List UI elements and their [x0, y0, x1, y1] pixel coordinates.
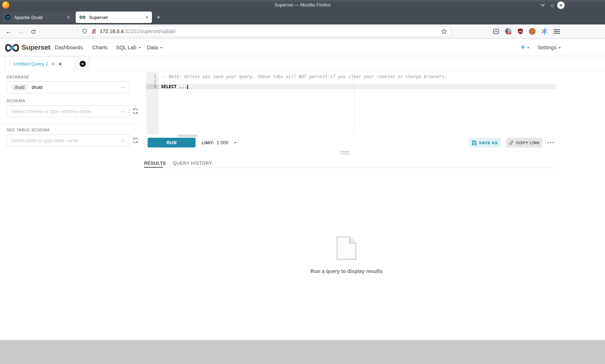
chevron-down-icon: [121, 139, 125, 142]
pane-resize-handle[interactable]: [340, 151, 349, 154]
back-arrow-icon: ←: [6, 28, 12, 35]
window-minimize-button[interactable]: [539, 1, 546, 9]
limit-dropdown[interactable]: LIMIT: 1 000: [202, 138, 236, 147]
sql-keyword: SELECT: [161, 84, 176, 89]
editor-hscrollbar[interactable]: [178, 135, 197, 137]
superset-logo-icon[interactable]: [4, 43, 20, 53]
sql-comment-line: -- Note: Unless you save your query, the…: [161, 74, 447, 79]
superset-brand[interactable]: Superset: [22, 39, 50, 56]
refresh-icon: [132, 108, 139, 114]
plus-icon: +: [157, 14, 161, 21]
forward-button[interactable]: →: [16, 27, 26, 37]
query-tab-active[interactable]: Untitled Query 1 ×: [5, 56, 74, 71]
plus-circle-icon: +: [80, 61, 86, 67]
superset-favicon: [79, 15, 86, 19]
database-label: DATABASE: [6, 75, 29, 79]
close-icon[interactable]: ×: [59, 61, 62, 67]
nav-item-sql-lab[interactable]: SQL Lab: [116, 39, 141, 56]
menu-hamburger-icon[interactable]: [553, 27, 561, 35]
nav-item-data[interactable]: Data: [147, 39, 162, 56]
pocket-icon[interactable]: [492, 27, 500, 35]
desktop-background: [0, 340, 605, 364]
query-state-dot: [51, 62, 55, 65]
save-floppy-icon: [472, 140, 477, 145]
database-select[interactable]: druid druid: [6, 81, 130, 93]
query-tab-label: Untitled Query 1: [13, 61, 49, 67]
query-tab-row-border: [0, 70, 605, 71]
url-text[interactable]: 172.18.0.4:32251/superset/sqllab/: [100, 28, 441, 34]
more-actions-button[interactable]: ···: [546, 138, 556, 147]
spark-extension-icon[interactable]: [541, 27, 548, 35]
insecure-lock-icon[interactable]: [91, 28, 97, 34]
url-path: :32251/superset/sqllab/: [124, 28, 176, 34]
sql-code-line: SELECT ...: [161, 84, 188, 89]
save-as-label: SAVE AS: [479, 141, 498, 145]
copy-link-label: COPY LINK: [516, 141, 540, 145]
save-as-button[interactable]: SAVE AS: [469, 138, 501, 147]
schema-label: SCHEMA: [6, 99, 25, 103]
close-icon[interactable]: ×: [145, 14, 148, 20]
shield-icon[interactable]: [82, 28, 88, 34]
tab-query-history[interactable]: QUERY HISTORY: [173, 160, 212, 167]
window-titlebar: Superset — Mozilla Firefox ◇ ×: [0, 0, 605, 10]
gutter-line-number: 2: [146, 79, 159, 84]
schema-select[interactable]: Select schema or type schema name: [6, 105, 130, 117]
window-close-button[interactable]: ×: [557, 1, 565, 9]
empty-results-message: Run a query to display results: [295, 268, 398, 274]
chevron-down-icon: [160, 47, 162, 49]
browser-tab-label: Superset: [89, 15, 143, 20]
superset-navbar: [0, 39, 605, 56]
svg-text:uO: uO: [519, 30, 522, 33]
close-icon: ×: [560, 3, 563, 8]
table-placeholder: Select table or type table name: [11, 138, 118, 143]
chevron-down-icon: [527, 47, 529, 49]
copy-link-button[interactable]: COPY LINK: [506, 138, 542, 147]
ublock-origin-icon[interactable]: uO: [516, 27, 524, 35]
new-object-button[interactable]: +: [521, 39, 529, 56]
nav-item-dashboards[interactable]: Dashboards: [55, 39, 83, 56]
tab-menu-kebab-icon[interactable]: [9, 62, 10, 66]
forward-arrow-icon: →: [18, 28, 24, 35]
chevron-down-icon: [121, 86, 125, 89]
results-tabs-border: [144, 168, 557, 168]
reload-icon: [31, 29, 36, 35]
print-margin: [354, 72, 354, 135]
bookmark-star-icon[interactable]: [441, 28, 447, 35]
reload-button[interactable]: [28, 27, 38, 37]
settings-menu[interactable]: Settings: [538, 39, 561, 56]
database-value: druid: [32, 85, 118, 90]
cookie-extension-icon[interactable]: [528, 27, 536, 35]
close-icon[interactable]: ×: [67, 14, 70, 20]
url-bar[interactable]: 172.18.0.4:32251/superset/sqllab/: [78, 26, 451, 37]
chevron-down-icon: [541, 4, 545, 6]
chevron-down-icon: [121, 110, 125, 113]
window-title: Superset — Mozilla Firefox: [0, 0, 605, 10]
sql-editor[interactable]: 1 2 3 -- Note: Unless you save your quer…: [146, 72, 557, 135]
table-select[interactable]: Select table or type table name: [6, 135, 130, 146]
privacy-extension-icon[interactable]: [504, 27, 512, 35]
chevron-down-icon: [234, 142, 236, 144]
browser-tab-superset[interactable]: Superset ×: [76, 12, 152, 23]
browser-tab-druid[interactable]: Apache Druid ×: [1, 12, 73, 23]
limit-value: 1 000: [216, 140, 228, 145]
gutter-line-number: 1: [146, 74, 159, 79]
window-maximize-button[interactable]: ◇: [549, 1, 556, 9]
active-line-highlight: [159, 84, 557, 89]
new-tab-button[interactable]: +: [154, 13, 163, 22]
nav-item-charts[interactable]: Charts: [92, 39, 108, 56]
chevron-down-icon: [559, 47, 561, 49]
gutter-line-number-active: 3: [146, 84, 159, 89]
diamond-icon: ◇: [551, 3, 554, 8]
url-host: 172.18.0.4: [100, 28, 124, 34]
sql-code-rest: ...: [176, 84, 187, 89]
run-query-button[interactable]: RUN: [148, 138, 196, 147]
refresh-schemas-button[interactable]: [132, 108, 139, 115]
browser-tab-strip: Apache Druid × Superset × +: [0, 10, 605, 24]
table-schema-label: SEE TABLE SCHEMA: [6, 128, 50, 132]
back-button[interactable]: ←: [4, 27, 14, 37]
chevron-down-icon: [139, 47, 141, 49]
refresh-tables-button[interactable]: [132, 137, 139, 144]
tab-results[interactable]: RESULTS: [144, 160, 166, 167]
sidebar-divider: [0, 124, 142, 124]
add-query-tab-button[interactable]: +: [75, 56, 90, 71]
